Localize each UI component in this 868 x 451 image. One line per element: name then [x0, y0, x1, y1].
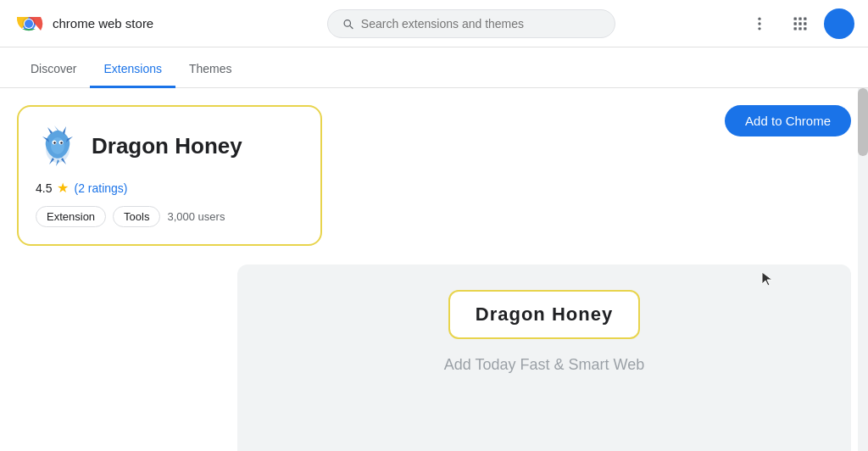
main-content: Dragon Honey 4.5 ★ (2 ratings) Extension… [0, 88, 868, 451]
header-actions [743, 7, 854, 41]
tag-extension: Extension [36, 206, 106, 227]
tab-extensions[interactable]: Extensions [90, 52, 175, 88]
header: chrome web store [0, 0, 868, 47]
svg-point-4 [758, 17, 760, 19]
svg-rect-8 [798, 17, 801, 19]
tag-tools: Tools [113, 206, 160, 227]
svg-rect-12 [804, 22, 806, 25]
users-count: 3,000 users [167, 210, 225, 223]
svg-rect-7 [794, 17, 797, 19]
svg-rect-14 [798, 27, 801, 30]
svg-rect-10 [794, 22, 797, 25]
site-title: chrome web store [53, 16, 153, 31]
svg-point-5 [758, 22, 760, 25]
card-header: Dragon Honey [36, 124, 303, 168]
star-icon: ★ [57, 180, 69, 196]
svg-rect-13 [794, 27, 797, 30]
svg-rect-9 [804, 17, 806, 19]
scrollbar-thumb[interactable] [858, 88, 868, 156]
add-to-chrome-button[interactable]: Add to Chrome [725, 105, 851, 136]
search-bar[interactable] [327, 9, 615, 38]
nav-tabs: Discover Extensions Themes [0, 47, 868, 88]
scrollbar-track [858, 88, 868, 451]
preview-bold: Add Today [444, 356, 516, 373]
dragon-icon [36, 124, 80, 168]
svg-point-17 [51, 137, 64, 154]
extension-name: Dragon Honey [92, 133, 242, 159]
tags-row: Extension Tools 3,000 users [36, 206, 303, 227]
preview-title: Dragon Honey [476, 303, 613, 325]
preview-light: Fast & Smart Web [516, 356, 645, 373]
svg-rect-11 [798, 22, 801, 25]
search-icon [342, 17, 354, 31]
svg-point-20 [53, 142, 55, 143]
chrome-logo-icon [14, 8, 44, 39]
svg-point-3 [25, 19, 33, 28]
preview-subtitle-text: Add Today Fast & Smart Web [444, 356, 644, 373]
more-options-button[interactable] [743, 7, 776, 41]
tab-discover[interactable]: Discover [17, 52, 90, 88]
search-input[interactable] [361, 17, 601, 31]
ratings-link[interactable]: (2 ratings) [74, 181, 127, 195]
rating-value: 4.5 [36, 181, 52, 195]
preview-card: Dragon Honey [448, 290, 640, 339]
tab-themes[interactable]: Themes [175, 52, 246, 88]
more-vert-icon [751, 15, 768, 32]
svg-point-6 [758, 27, 760, 30]
profile-button[interactable] [824, 8, 854, 39]
bottom-preview: Dragon Honey Add Today Fast & Smart Web [237, 264, 851, 451]
svg-point-21 [60, 142, 62, 143]
rating-row: 4.5 ★ (2 ratings) [36, 180, 303, 196]
header-logo: chrome web store [14, 8, 200, 39]
preview-subtitle: Add Today Fast & Smart Web [444, 356, 644, 374]
search-container [200, 9, 743, 38]
apps-icon [792, 15, 809, 32]
apps-button[interactable] [783, 7, 817, 41]
extension-card: Dragon Honey 4.5 ★ (2 ratings) Extension… [17, 105, 322, 246]
svg-rect-15 [804, 27, 806, 30]
